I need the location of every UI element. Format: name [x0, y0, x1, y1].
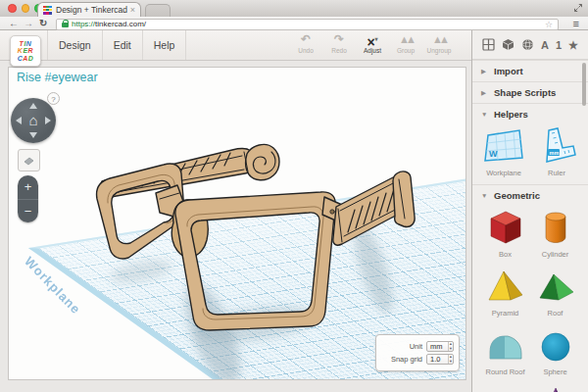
round-roof-shape-icon — [484, 326, 527, 364]
adjust-button[interactable]: ×▾ Adjust — [356, 32, 389, 54]
menu-edit[interactable]: Edit — [103, 30, 143, 60]
window-resize-icon[interactable] — [573, 3, 583, 13]
geometric-shapes-list: Box Cylinder Pyramid — [472, 206, 588, 392]
roof-shape-icon — [534, 268, 577, 305]
tinkercad-logo[interactable]: TIN KER CAD — [10, 35, 41, 67]
shape-round-roof[interactable]: Round Roof — [480, 326, 530, 376]
helpers-list: W Workplane mm Ruler — [472, 124, 588, 184]
chevron-down-icon: ▼ — [481, 111, 488, 118]
new-tab-button[interactable] — [145, 4, 171, 18]
browser-addressbar: ← → ↻ https:// tinkercad.com/ ☆ ≡ — [0, 17, 588, 30]
reload-button[interactable]: ↻ — [39, 17, 47, 29]
close-window-button[interactable] — [8, 4, 17, 13]
unit-select[interactable]: mm ▴▾ — [426, 341, 454, 352]
workplane-mini-icon — [23, 154, 35, 167]
url-host: tinkercad.com/ — [95, 20, 146, 28]
helper-workplane[interactable]: W Workplane — [480, 127, 527, 177]
url-input[interactable]: https:// tinkercad.com/ ☆ — [56, 19, 559, 31]
minimize-window-button[interactable] — [22, 4, 30, 13]
browser-tab[interactable]: Design + Tinkercad × — [37, 2, 141, 17]
app-menus: Design Edit Help — [47, 30, 186, 60]
orbit-control[interactable]: ⌂ — [11, 98, 56, 143]
redo-icon: ↷ — [322, 32, 356, 46]
zoom-control: + − — [18, 175, 38, 222]
zoom-in-button[interactable]: + — [18, 175, 38, 200]
shape-cylinder[interactable]: Cylinder — [530, 209, 580, 259]
adjust-icon: ×▾ — [356, 32, 389, 46]
caret-down-icon: ▾ — [375, 36, 378, 42]
undo-icon: ↶ — [289, 32, 322, 46]
tab-close-icon[interactable]: × — [130, 6, 135, 15]
browser-titlebar: Design + Tinkercad × — [0, 0, 588, 18]
snap-grid-select[interactable]: 1.0 ▴▾ — [426, 354, 454, 365]
svg-text:W: W — [489, 149, 498, 159]
workplane-helper-icon: W — [482, 127, 525, 165]
ruler-helper-icon: mm — [535, 127, 578, 165]
shape-roof[interactable]: Roof — [530, 268, 580, 318]
section-geometric[interactable]: ▼ Geometric — [472, 184, 588, 206]
wedge-shape-icon — [484, 385, 527, 392]
ungroup-icon: ▲▲ — [422, 32, 456, 46]
design-title: Rise #eyewear — [17, 71, 98, 84]
browser-window: Design + Tinkercad × ← → ↻ https:// tink… — [0, 0, 588, 392]
stepper-icon: ▴▾ — [448, 342, 453, 351]
shape-box[interactable]: Box — [480, 209, 530, 259]
snap-grid-label: Snap grid — [391, 355, 422, 364]
bookmark-star-icon[interactable]: ☆ — [545, 20, 553, 29]
section-shape-scripts[interactable]: ▶ Shape Scripts — [472, 81, 588, 103]
url-scheme: https:// — [72, 20, 95, 28]
section-helpers[interactable]: ▼ Helpers — [472, 103, 588, 124]
grid-settings: Unit mm ▴▾ Snap grid 1.0 ▴▾ — [375, 334, 460, 371]
solid-box-icon[interactable] — [502, 38, 514, 51]
shape-sphere[interactable]: Sphere — [530, 326, 580, 376]
help-badge[interactable]: ? — [47, 92, 60, 105]
group-icon: ▲▲ — [389, 32, 422, 46]
menu-help[interactable]: Help — [143, 30, 187, 60]
cylinder-shape-icon — [534, 209, 577, 246]
edit-toolbar: ↶ Undo ↷ Redo ×▾ Adjust ▲▲ Group ▲▲ Un — [289, 32, 456, 54]
chevron-down-icon: ▼ — [481, 192, 488, 199]
zoom-out-button[interactable]: − — [18, 200, 38, 223]
shape-pyramid[interactable]: Pyramid — [480, 268, 530, 318]
viewport-3d[interactable]: Workplane — [8, 67, 466, 380]
number-shapes-icon[interactable]: 1 — [556, 39, 562, 51]
undo-button[interactable]: ↶ Undo — [289, 32, 322, 54]
box-shape-icon — [484, 209, 527, 246]
shapes-panel: A 1 ★ ▶ Import ▶ Shape Scripts ▼ Helpers — [471, 30, 588, 392]
glasses-model[interactable] — [9, 68, 466, 379]
menu-design[interactable]: Design — [47, 30, 103, 60]
app-menubar: Design Edit Help ↶ Undo ↷ Redo ×▾ Adjust — [0, 30, 471, 61]
shape-cone-partial[interactable] — [530, 385, 580, 392]
stepper-icon: ▴▾ — [448, 355, 453, 364]
home-view-icon[interactable]: ⌂ — [11, 98, 56, 143]
helper-ruler[interactable]: mm Ruler — [533, 127, 580, 177]
favorites-icon[interactable]: ★ — [568, 39, 578, 51]
pyramid-shape-icon — [484, 268, 527, 305]
panel-scrollbar[interactable] — [582, 63, 586, 106]
model-shadow — [109, 220, 401, 379]
browser-menu-icon[interactable]: ≡ — [573, 18, 579, 29]
back-button[interactable]: ← — [9, 17, 19, 29]
shapes-tiles-icon[interactable] — [482, 38, 495, 51]
cone-shape-icon — [534, 385, 577, 392]
svg-text:mm: mm — [550, 150, 560, 156]
sphere-shape-icon — [534, 326, 577, 364]
wire-sphere-icon[interactable] — [521, 38, 534, 51]
section-import[interactable]: ▶ Import — [472, 60, 588, 81]
ssl-lock-icon[interactable] — [62, 23, 69, 27]
tinkercad-favicon-icon — [43, 6, 52, 15]
fit-view-button[interactable] — [18, 149, 40, 172]
shape-category-tabs: A 1 ★ — [472, 30, 588, 60]
forward-button[interactable]: → — [24, 17, 33, 29]
letter-shapes-icon[interactable]: A — [541, 39, 549, 51]
tab-title: Design + Tinkercad — [56, 5, 127, 15]
shape-wedge-partial[interactable] — [480, 385, 530, 392]
group-button[interactable]: ▲▲ Group — [389, 32, 422, 54]
chevron-right-icon: ▶ — [481, 89, 488, 97]
ungroup-button[interactable]: ▲▲ Ungroup — [422, 32, 456, 54]
unit-label: Unit — [410, 342, 422, 351]
redo-button[interactable]: ↷ Redo — [322, 32, 356, 54]
tinkercad-app: Design Edit Help ↶ Undo ↷ Redo ×▾ Adjust — [0, 30, 588, 392]
chevron-right-icon: ▶ — [481, 68, 488, 75]
